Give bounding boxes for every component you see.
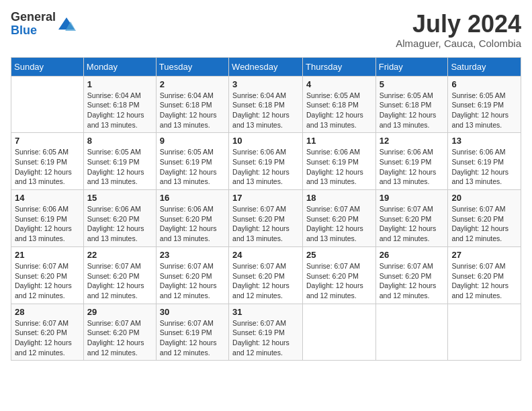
calendar-cell: 3Sunrise: 6:04 AM Sunset: 6:18 PM Daylig… <box>229 76 303 133</box>
day-number: 9 <box>160 136 225 146</box>
day-number: 12 <box>380 136 445 146</box>
calendar-cell: 28Sunrise: 6:07 AM Sunset: 6:20 PM Dayli… <box>11 304 84 361</box>
calendar-cell: 12Sunrise: 6:06 AM Sunset: 6:19 PM Dayli… <box>375 133 448 190</box>
day-info: Sunrise: 6:05 AM Sunset: 6:19 PM Dayligh… <box>15 147 80 187</box>
calendar-cell: 13Sunrise: 6:06 AM Sunset: 6:19 PM Dayli… <box>448 133 521 190</box>
calendar-week-row: 14Sunrise: 6:06 AM Sunset: 6:19 PM Dayli… <box>11 190 521 247</box>
day-number: 22 <box>87 250 152 260</box>
calendar-cell <box>11 76 84 133</box>
calendar-cell: 30Sunrise: 6:07 AM Sunset: 6:19 PM Dayli… <box>156 304 228 361</box>
day-number: 30 <box>160 307 225 317</box>
day-info: Sunrise: 6:07 AM Sunset: 6:20 PM Dayligh… <box>451 261 517 301</box>
day-info: Sunrise: 6:07 AM Sunset: 6:20 PM Dayligh… <box>306 204 372 244</box>
day-info: Sunrise: 6:07 AM Sunset: 6:19 PM Dayligh… <box>232 318 299 358</box>
day-info: Sunrise: 6:06 AM Sunset: 6:20 PM Dayligh… <box>160 204 225 244</box>
calendar-header-wednesday: Wednesday <box>229 57 303 76</box>
day-number: 10 <box>232 136 299 146</box>
calendar-cell: 11Sunrise: 6:06 AM Sunset: 6:19 PM Dayli… <box>303 133 376 190</box>
day-info: Sunrise: 6:07 AM Sunset: 6:20 PM Dayligh… <box>87 261 152 301</box>
day-number: 19 <box>380 193 445 203</box>
calendar-cell: 7Sunrise: 6:05 AM Sunset: 6:19 PM Daylig… <box>11 133 84 190</box>
calendar-cell: 24Sunrise: 6:07 AM Sunset: 6:20 PM Dayli… <box>229 246 303 304</box>
calendar-header-monday: Monday <box>83 57 156 76</box>
day-number: 18 <box>306 193 372 203</box>
calendar-cell: 10Sunrise: 6:06 AM Sunset: 6:19 PM Dayli… <box>229 133 303 190</box>
calendar-week-row: 1Sunrise: 6:04 AM Sunset: 6:18 PM Daylig… <box>11 76 521 133</box>
calendar-cell: 23Sunrise: 6:07 AM Sunset: 6:20 PM Dayli… <box>156 246 228 304</box>
title-block: July 2024 Almaguer, Cauca, Colombia <box>396 11 521 49</box>
calendar-cell: 2Sunrise: 6:04 AM Sunset: 6:18 PM Daylig… <box>156 76 228 133</box>
logo-blue: Blue <box>11 24 56 38</box>
day-number: 15 <box>87 193 152 203</box>
calendar-cell: 29Sunrise: 6:07 AM Sunset: 6:20 PM Dayli… <box>83 304 156 361</box>
calendar-cell <box>303 304 376 361</box>
page-header: General Blue July 2024 Almaguer, Cauca, … <box>11 11 521 49</box>
day-info: Sunrise: 6:07 AM Sunset: 6:20 PM Dayligh… <box>380 204 445 244</box>
day-info: Sunrise: 6:07 AM Sunset: 6:20 PM Dayligh… <box>451 204 517 244</box>
calendar-cell: 6Sunrise: 6:05 AM Sunset: 6:19 PM Daylig… <box>448 76 521 133</box>
day-number: 6 <box>451 79 517 89</box>
calendar-table: SundayMondayTuesdayWednesdayThursdayFrid… <box>11 57 521 361</box>
day-info: Sunrise: 6:04 AM Sunset: 6:18 PM Dayligh… <box>160 91 225 130</box>
calendar-cell: 22Sunrise: 6:07 AM Sunset: 6:20 PM Dayli… <box>83 246 156 304</box>
day-number: 27 <box>451 250 517 260</box>
calendar-cell: 31Sunrise: 6:07 AM Sunset: 6:19 PM Dayli… <box>229 304 303 361</box>
logo-icon <box>57 15 76 34</box>
day-number: 25 <box>306 250 372 260</box>
day-info: Sunrise: 6:04 AM Sunset: 6:18 PM Dayligh… <box>232 91 299 130</box>
day-number: 11 <box>306 136 372 146</box>
day-info: Sunrise: 6:05 AM Sunset: 6:19 PM Dayligh… <box>87 147 152 187</box>
month-year-title: July 2024 <box>396 11 521 38</box>
day-number: 23 <box>160 250 225 260</box>
day-number: 31 <box>232 307 299 317</box>
calendar-header-sunday: Sunday <box>11 57 84 76</box>
day-number: 17 <box>232 193 299 203</box>
calendar-header-row: SundayMondayTuesdayWednesdayThursdayFrid… <box>11 57 521 76</box>
day-number: 16 <box>160 193 225 203</box>
day-number: 13 <box>451 136 517 146</box>
logo-general: General <box>11 11 56 24</box>
day-info: Sunrise: 6:07 AM Sunset: 6:20 PM Dayligh… <box>380 261 445 301</box>
calendar-cell: 26Sunrise: 6:07 AM Sunset: 6:20 PM Dayli… <box>375 246 448 304</box>
calendar-cell: 8Sunrise: 6:05 AM Sunset: 6:19 PM Daylig… <box>83 133 156 190</box>
calendar-week-row: 7Sunrise: 6:05 AM Sunset: 6:19 PM Daylig… <box>11 133 521 190</box>
calendar-cell: 20Sunrise: 6:07 AM Sunset: 6:20 PM Dayli… <box>448 190 521 247</box>
day-info: Sunrise: 6:06 AM Sunset: 6:19 PM Dayligh… <box>15 204 80 244</box>
day-number: 29 <box>87 307 152 317</box>
logo-text: General Blue <box>11 11 56 38</box>
day-info: Sunrise: 6:07 AM Sunset: 6:19 PM Dayligh… <box>160 318 225 358</box>
day-number: 8 <box>87 136 152 146</box>
calendar-cell <box>448 304 521 361</box>
day-info: Sunrise: 6:06 AM Sunset: 6:19 PM Dayligh… <box>232 147 299 187</box>
day-info: Sunrise: 6:05 AM Sunset: 6:19 PM Dayligh… <box>451 91 517 130</box>
day-info: Sunrise: 6:05 AM Sunset: 6:18 PM Dayligh… <box>380 91 445 130</box>
day-info: Sunrise: 6:05 AM Sunset: 6:19 PM Dayligh… <box>160 147 225 187</box>
day-info: Sunrise: 6:07 AM Sunset: 6:20 PM Dayligh… <box>15 261 80 301</box>
day-info: Sunrise: 6:04 AM Sunset: 6:18 PM Dayligh… <box>87 91 152 130</box>
day-info: Sunrise: 6:06 AM Sunset: 6:19 PM Dayligh… <box>380 147 445 187</box>
calendar-cell: 1Sunrise: 6:04 AM Sunset: 6:18 PM Daylig… <box>83 76 156 133</box>
day-number: 1 <box>87 79 152 89</box>
calendar-cell: 4Sunrise: 6:05 AM Sunset: 6:18 PM Daylig… <box>303 76 376 133</box>
calendar-cell: 14Sunrise: 6:06 AM Sunset: 6:19 PM Dayli… <box>11 190 84 247</box>
calendar-header-friday: Friday <box>375 57 448 76</box>
calendar-cell: 16Sunrise: 6:06 AM Sunset: 6:20 PM Dayli… <box>156 190 228 247</box>
calendar-week-row: 21Sunrise: 6:07 AM Sunset: 6:20 PM Dayli… <box>11 246 521 304</box>
calendar-header-saturday: Saturday <box>448 57 521 76</box>
day-number: 28 <box>15 307 80 317</box>
day-info: Sunrise: 6:06 AM Sunset: 6:19 PM Dayligh… <box>306 147 372 187</box>
day-info: Sunrise: 6:07 AM Sunset: 6:20 PM Dayligh… <box>306 261 372 301</box>
calendar-cell: 15Sunrise: 6:06 AM Sunset: 6:20 PM Dayli… <box>83 190 156 247</box>
calendar-cell: 19Sunrise: 6:07 AM Sunset: 6:20 PM Dayli… <box>375 190 448 247</box>
day-number: 4 <box>306 79 372 89</box>
day-number: 26 <box>380 250 445 260</box>
location-subtitle: Almaguer, Cauca, Colombia <box>396 38 521 49</box>
day-info: Sunrise: 6:06 AM Sunset: 6:19 PM Dayligh… <box>451 147 517 187</box>
day-number: 7 <box>15 136 80 146</box>
day-number: 20 <box>451 193 517 203</box>
calendar-header-thursday: Thursday <box>303 57 376 76</box>
calendar-cell: 5Sunrise: 6:05 AM Sunset: 6:18 PM Daylig… <box>375 76 448 133</box>
calendar-cell: 21Sunrise: 6:07 AM Sunset: 6:20 PM Dayli… <box>11 246 84 304</box>
day-number: 3 <box>232 79 299 89</box>
calendar-week-row: 28Sunrise: 6:07 AM Sunset: 6:20 PM Dayli… <box>11 304 521 361</box>
